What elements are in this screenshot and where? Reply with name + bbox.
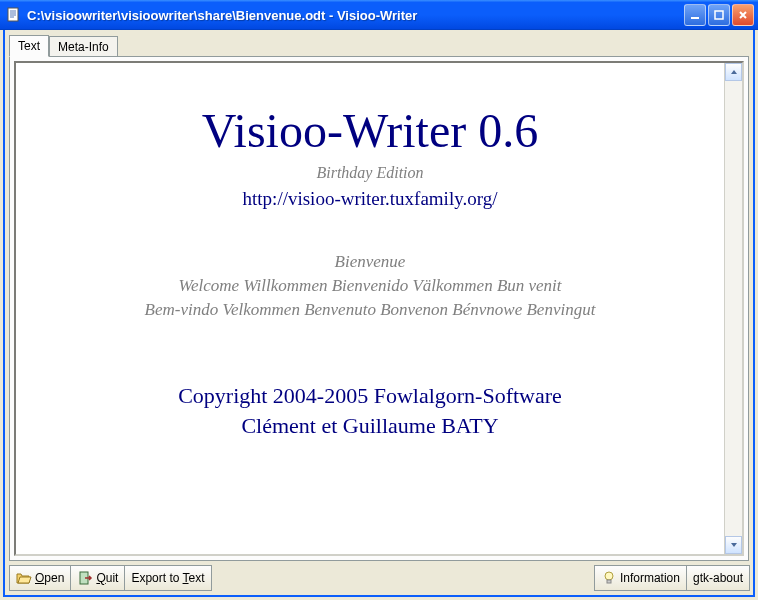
open-label-rest: pen — [44, 571, 64, 585]
export-label-pre: Export to — [131, 571, 182, 585]
vertical-scrollbar[interactable] — [724, 63, 742, 554]
window-title: C:\visioowriter\visioowriter\share\Bienv… — [27, 8, 684, 23]
app-icon — [6, 7, 22, 23]
titlebar: C:\visioowriter\visioowriter\share\Bienv… — [0, 0, 758, 30]
svg-rect-2 — [715, 11, 723, 19]
bottom-toolbar: Open Quit Export to Text Information — [9, 565, 749, 591]
svg-point-4 — [605, 572, 613, 580]
copyright-line: Clément et Guillaume BATY — [36, 411, 704, 441]
information-label: Information — [620, 571, 680, 585]
document-subtitle: Birthday Edition — [36, 164, 704, 182]
folder-open-icon — [16, 570, 32, 586]
tab-text[interactable]: Text — [9, 35, 49, 57]
welcome-line: Bienvenue — [36, 250, 704, 274]
quit-label-u: Q — [96, 571, 105, 585]
document-frame: Visioo-Writer 0.6 Birthday Edition http:… — [14, 61, 744, 556]
scroll-up-button[interactable] — [725, 63, 742, 81]
information-button[interactable]: Information — [594, 565, 687, 591]
quit-button[interactable]: Quit — [70, 565, 125, 591]
document-link: http://visioo-writer.tuxfamily.org/ — [36, 188, 704, 210]
document-copyright: Copyright 2004-2005 Fowlalgorn-Software … — [36, 381, 704, 440]
client-area: Text Meta-Info Visioo-Writer 0.6 Birthda… — [3, 30, 755, 597]
open-button[interactable]: Open — [9, 565, 71, 591]
copyright-line: Copyright 2004-2005 Fowlalgorn-Software — [36, 381, 704, 411]
document-title: Visioo-Writer 0.6 — [36, 103, 704, 158]
welcome-line: Bem-vindo Velkommen Benvenuto Bonvenon B… — [36, 298, 704, 322]
gtk-about-button[interactable]: gtk-about — [686, 565, 750, 591]
lightbulb-icon — [601, 570, 617, 586]
export-label-post: ext — [189, 571, 205, 585]
tabstrip: Text Meta-Info — [9, 34, 749, 56]
minimize-button[interactable] — [684, 4, 706, 26]
open-label-u: O — [35, 571, 44, 585]
maximize-button[interactable] — [708, 4, 730, 26]
welcome-line: Welcome Willkommen Bienvenido Välkommen … — [36, 274, 704, 298]
window-controls — [684, 4, 754, 26]
document-welcome: Bienvenue Welcome Willkommen Bienvenido … — [36, 250, 704, 321]
gtk-about-label: gtk-about — [693, 571, 743, 585]
svg-rect-5 — [607, 580, 611, 583]
tab-meta-info[interactable]: Meta-Info — [49, 36, 118, 57]
scroll-down-button[interactable] — [725, 536, 742, 554]
export-to-text-button[interactable]: Export to Text — [124, 565, 211, 591]
close-button[interactable] — [732, 4, 754, 26]
scroll-track[interactable] — [725, 81, 742, 536]
quit-icon — [77, 570, 93, 586]
toolbar-spacer — [211, 565, 594, 591]
quit-label-rest: uit — [106, 571, 119, 585]
tab-panel: Visioo-Writer 0.6 Birthday Edition http:… — [9, 56, 749, 561]
document-content: Visioo-Writer 0.6 Birthday Edition http:… — [16, 63, 724, 554]
svg-rect-1 — [691, 17, 699, 19]
